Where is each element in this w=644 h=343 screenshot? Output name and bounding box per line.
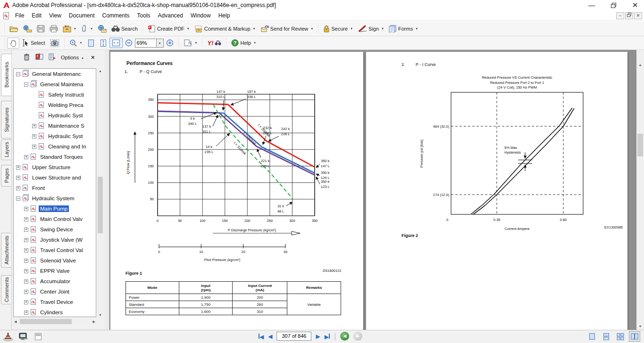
bookmark-item[interactable]: −Hydraulic System [14, 193, 96, 204]
bookmark-label[interactable]: General Maintena [39, 81, 84, 88]
bookmark-item[interactable]: +Main Control Valv [14, 214, 96, 224]
document-vscrollbar[interactable]: ▲ ▼ [636, 50, 644, 330]
close-button[interactable]: ✕ [626, 0, 644, 11]
facing-pages-button[interactable] [629, 331, 640, 342]
bookmark-label[interactable]: Welding Preca [47, 102, 85, 108]
bookmark-item[interactable]: +Front [14, 183, 96, 193]
document-vscroll-thumb[interactable] [637, 134, 643, 156]
bookmarks-vscrollbar[interactable]: ▲ ▼ [97, 68, 104, 318]
expand-icon[interactable]: + [32, 134, 36, 139]
zoom-dropdown-button[interactable]: ▼ [157, 39, 164, 48]
sign-button[interactable]: Sign▼ [355, 24, 386, 33]
expand-icon[interactable]: + [24, 217, 28, 221]
zoom-in-button[interactable] [164, 38, 176, 48]
save-button[interactable] [34, 24, 47, 34]
tab-layers[interactable]: Layers [1, 139, 11, 160]
menu-item-view[interactable]: View [45, 11, 65, 20]
bookmark-label[interactable]: Maintenance S [47, 122, 86, 129]
bookmark-item[interactable]: +Main Pump [14, 204, 96, 214]
bookmark-label[interactable]: Cylinders [39, 309, 64, 316]
open-button[interactable] [7, 24, 21, 34]
yahoo-search-button[interactable]: Y! [205, 38, 224, 48]
expand-icon[interactable]: + [24, 228, 28, 232]
bookmark-item[interactable]: +Upper Structure [14, 162, 96, 172]
bookmark-item[interactable]: Safety Instructi [14, 90, 96, 100]
bookmark-label[interactable]: Solenoid Valve [39, 257, 77, 264]
bookmark-label[interactable]: Swing Device [39, 226, 75, 233]
actual-size-button[interactable] [85, 38, 97, 49]
bookmark-item[interactable]: +Lower Structure and [14, 172, 96, 183]
next-page-button[interactable]: ▶ [316, 333, 320, 340]
tab-pages[interactable]: Pages [1, 165, 11, 187]
bookmark-label[interactable]: Main Control Valv [39, 216, 84, 222]
minimize-button[interactable]: — [583, 0, 601, 11]
expand-icon[interactable]: + [16, 176, 20, 180]
panel-splitter[interactable] [105, 50, 109, 330]
doc-restore-button[interactable] [625, 12, 633, 19]
organizer-button[interactable]: ▼ [60, 24, 79, 34]
bookmark-label[interactable]: Center Joint [39, 288, 71, 295]
next-view-button[interactable]: ▶ [353, 332, 362, 341]
tab-signatures[interactable]: Signatures [1, 101, 11, 139]
bookmark-label[interactable]: Cleaning and In [47, 143, 88, 150]
zoom-tool-button[interactable]: ▼ [67, 38, 85, 49]
page-display-button[interactable]: ▼ [181, 38, 200, 49]
bookmark-item[interactable]: +Cylinders [14, 307, 96, 317]
expand-icon[interactable]: + [32, 124, 36, 128]
expand-icon[interactable]: + [24, 238, 28, 242]
restore-button[interactable] [604, 0, 622, 11]
bookmark-label[interactable]: Accumulator [39, 278, 72, 285]
search-button[interactable]: Search [109, 24, 140, 33]
comment-markup-button[interactable]: Comment & Markup▼ [192, 24, 258, 34]
previous-view-button[interactable]: ◀ [340, 332, 349, 341]
collapse-icon[interactable]: − [24, 82, 28, 87]
menu-item-edit[interactable]: Edit [28, 11, 45, 20]
bookmark-label[interactable]: Front [31, 185, 46, 191]
fit-page-button[interactable] [97, 38, 109, 49]
zoom-out-button[interactable] [123, 38, 135, 48]
bookmark-item[interactable]: Welding Preca [14, 100, 96, 110]
attach-button[interactable]: ▼ [79, 23, 95, 34]
menu-item-advanced[interactable]: Advanced [154, 11, 187, 20]
menu-item-file[interactable]: File [11, 11, 28, 20]
bookmark-label[interactable]: Hydraulic Syst [47, 133, 84, 139]
tab-comments[interactable]: Comments [1, 275, 11, 304]
bookmark-item[interactable]: Hydraulic Syst [14, 110, 96, 121]
send-for-review-button[interactable]: Send for Review▼ [258, 24, 316, 34]
print-button[interactable] [47, 24, 60, 34]
expand-icon[interactable]: + [16, 165, 20, 170]
menu-item-document[interactable]: Document [65, 11, 99, 20]
previous-page-button[interactable]: ◀ [268, 333, 272, 340]
bookmark-label[interactable]: General Maintenanc [31, 71, 83, 77]
expand-icon[interactable]: + [24, 269, 28, 273]
expand-icon[interactable]: + [24, 259, 28, 263]
bookmark-label[interactable]: Standard Torques [39, 154, 84, 160]
bookmark-item[interactable]: +Accumulator [14, 276, 96, 286]
scroll-down-icon[interactable]: ▼ [636, 325, 644, 328]
tab-attachments[interactable]: Attachments [1, 233, 11, 268]
bookmark-item[interactable]: −General Maintenanc [14, 69, 96, 79]
delete-bookmark-icon[interactable] [23, 53, 30, 61]
expand-icon[interactable]: + [32, 145, 36, 149]
page-indicator-input[interactable]: 307 of 846 [276, 332, 311, 341]
bookmark-label[interactable]: Main Pump [39, 205, 69, 212]
bookmark-item[interactable]: +Joystick Valve (W [14, 235, 96, 245]
bookmark-label[interactable]: Joystick Valve (W [39, 237, 84, 243]
bookmark-item[interactable]: +Standard Torques [14, 152, 96, 162]
doc-minimize-button[interactable]: – [616, 12, 624, 19]
menu-item-window[interactable]: Window [187, 11, 215, 20]
bookmark-label[interactable]: Safety Instructi [47, 91, 85, 98]
bookmark-item[interactable]: +Hydraulic Syst [14, 131, 96, 141]
bookmark-label[interactable]: Travel Device [39, 299, 75, 305]
expand-current-bookmark-icon[interactable] [35, 53, 43, 60]
bookmark-item[interactable]: +Swing Device [14, 224, 96, 235]
bookmarks-hscroll-thumb[interactable] [20, 319, 72, 324]
bookmark-label[interactable]: EPPR Valve [39, 268, 71, 274]
doc-close-button[interactable]: ✕ [634, 12, 642, 19]
fit-width-button[interactable] [109, 38, 123, 48]
menu-item-help[interactable]: Help [215, 11, 234, 20]
new-bookmark-icon[interactable] [49, 53, 56, 60]
expand-icon[interactable]: + [16, 186, 20, 190]
snapshot-tool-button[interactable] [48, 38, 62, 49]
scroll-down-icon[interactable]: ▼ [97, 313, 104, 317]
